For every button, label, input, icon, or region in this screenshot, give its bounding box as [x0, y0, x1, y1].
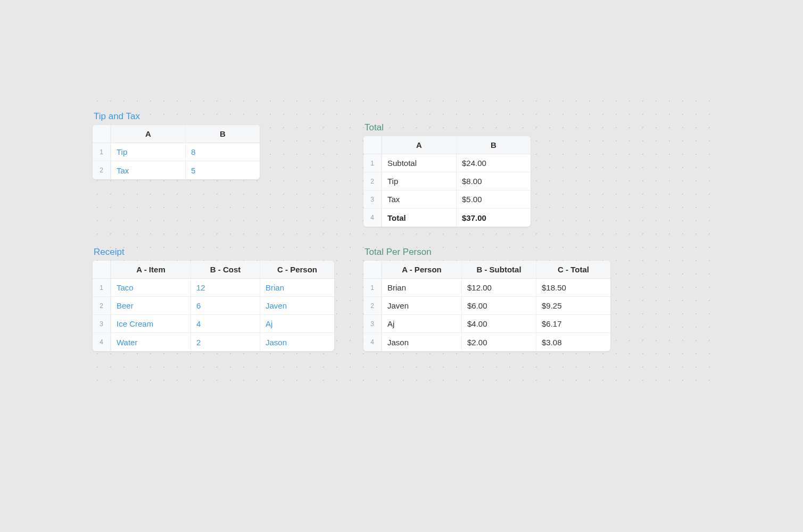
row-number[interactable]: 1 [93, 143, 111, 161]
column-header[interactable]: C - Total [536, 261, 610, 279]
receipt-item-cell[interactable]: Beer [111, 297, 191, 315]
table-row: 2Tip$8.00 [363, 172, 531, 190]
column-header[interactable]: B - Cost [191, 261, 260, 279]
total-value-cell[interactable]: $5.00 [456, 190, 531, 209]
table-row: 1Taco12Brian [93, 279, 334, 297]
receipt-cost-cell[interactable]: 4 [191, 315, 260, 333]
person-name-cell[interactable]: Aj [382, 315, 461, 333]
receipt-person-cell[interactable]: Aj [260, 315, 334, 333]
person-subtotal-cell[interactable]: $4.00 [461, 315, 536, 333]
receipt-cost-cell[interactable]: 2 [191, 333, 260, 351]
receipt-block: Receipt A - Item B - Cost C - Person 1Ta… [93, 247, 334, 351]
tip-and-tax-title: Tip and Tax [94, 111, 260, 122]
tip-and-tax-table[interactable]: A B 1 Tip 8 2 Tax 5 [93, 125, 260, 179]
row-number[interactable]: 3 [93, 315, 111, 333]
total-table[interactable]: A B 1Subtotal$24.002Tip$8.003Tax$5.004To… [363, 136, 531, 227]
person-name-cell[interactable]: Javen [382, 297, 461, 315]
row-number-header [93, 125, 111, 143]
person-name-cell[interactable]: Jason [382, 333, 461, 351]
receipt-person-cell[interactable]: Brian [260, 279, 334, 297]
column-header[interactable]: A - Item [111, 261, 191, 279]
table-row: 2Beer6Javen [93, 297, 334, 315]
person-subtotal-cell[interactable]: $2.00 [461, 333, 536, 351]
total-label-cell[interactable]: Subtotal [382, 154, 456, 172]
row-number-header [93, 261, 111, 279]
tax-label-cell[interactable]: Tax [111, 161, 185, 179]
canvas: Tip and Tax A B 1 Tip 8 2 Tax 5 [0, 0, 803, 532]
row-number[interactable]: 1 [93, 279, 111, 297]
column-header[interactable]: A - Person [382, 261, 461, 279]
table-header-row: A - Person B - Subtotal C - Total [363, 261, 610, 279]
table-row: 3Aj$4.00$6.17 [363, 315, 610, 333]
total-label-cell[interactable]: Tip [382, 172, 456, 190]
total-value-cell[interactable]: $8.00 [456, 172, 531, 190]
total-per-person-table[interactable]: A - Person B - Subtotal C - Total 1Brian… [363, 261, 610, 351]
person-subtotal-cell[interactable]: $12.00 [461, 279, 536, 297]
row-number[interactable]: 2 [93, 297, 111, 315]
table-header-row: A - Item B - Cost C - Person [93, 261, 334, 279]
total-label-cell[interactable]: Tax [382, 190, 456, 209]
row-number[interactable]: 2 [363, 172, 382, 190]
column-header[interactable]: B - Subtotal [461, 261, 536, 279]
total-value-cell[interactable]: $24.00 [456, 154, 531, 172]
total-title: Total [365, 122, 531, 133]
row-number[interactable]: 4 [363, 333, 382, 351]
table-row: 2 Tax 5 [93, 161, 260, 179]
row-number[interactable]: 4 [93, 333, 111, 351]
tax-value-cell[interactable]: 5 [185, 161, 260, 179]
column-header[interactable]: C - Person [260, 261, 334, 279]
table-row: 1Brian$12.00$18.50 [363, 279, 610, 297]
column-header[interactable]: B [185, 125, 260, 143]
receipt-item-cell[interactable]: Taco [111, 279, 191, 297]
tip-value-cell[interactable]: 8 [185, 143, 260, 161]
column-header[interactable]: B [456, 136, 531, 154]
table-row: 4Jason$2.00$3.08 [363, 333, 610, 351]
person-total-cell[interactable]: $6.17 [536, 315, 610, 333]
table-row: 4Total$37.00 [363, 209, 531, 227]
person-total-cell[interactable]: $3.08 [536, 333, 610, 351]
receipt-table[interactable]: A - Item B - Cost C - Person 1Taco12Bria… [93, 261, 334, 351]
total-block: Total A B 1Subtotal$24.002Tip$8.003Tax$5… [363, 122, 531, 227]
table-row: 1 Tip 8 [93, 143, 260, 161]
table-header-row: A B [363, 136, 531, 154]
table-header-row: A B [93, 125, 260, 143]
table-row: 3Ice Cream4Aj [93, 315, 334, 333]
total-per-person-title: Total Per Person [365, 247, 610, 257]
table-row: 4Water2Jason [93, 333, 334, 351]
row-number[interactable]: 2 [93, 161, 111, 179]
row-number[interactable]: 1 [363, 279, 382, 297]
column-header[interactable]: A [382, 136, 456, 154]
row-number[interactable]: 3 [363, 315, 382, 333]
receipt-item-cell[interactable]: Ice Cream [111, 315, 191, 333]
receipt-title: Receipt [94, 247, 334, 257]
row-number-header [363, 261, 382, 279]
person-name-cell[interactable]: Brian [382, 279, 461, 297]
table-row: 2Javen$6.00$9.25 [363, 297, 610, 315]
total-per-person-block: Total Per Person A - Person B - Subtotal… [363, 247, 610, 351]
person-total-cell[interactable]: $18.50 [536, 279, 610, 297]
tip-label-cell[interactable]: Tip [111, 143, 185, 161]
receipt-person-cell[interactable]: Jason [260, 333, 334, 351]
tip-and-tax-block: Tip and Tax A B 1 Tip 8 2 Tax 5 [93, 111, 260, 179]
row-number[interactable]: 3 [363, 190, 382, 209]
person-subtotal-cell[interactable]: $6.00 [461, 297, 536, 315]
row-number[interactable]: 4 [363, 209, 382, 227]
receipt-person-cell[interactable]: Javen [260, 297, 334, 315]
total-value-cell[interactable]: $37.00 [456, 209, 531, 227]
receipt-cost-cell[interactable]: 6 [191, 297, 260, 315]
person-total-cell[interactable]: $9.25 [536, 297, 610, 315]
table-row: 3Tax$5.00 [363, 190, 531, 209]
total-label-cell[interactable]: Total [382, 209, 456, 227]
table-row: 1Subtotal$24.00 [363, 154, 531, 172]
row-number[interactable]: 2 [363, 297, 382, 315]
row-number-header [363, 136, 382, 154]
column-header[interactable]: A [111, 125, 185, 143]
receipt-cost-cell[interactable]: 12 [191, 279, 260, 297]
receipt-item-cell[interactable]: Water [111, 333, 191, 351]
row-number[interactable]: 1 [363, 154, 382, 172]
